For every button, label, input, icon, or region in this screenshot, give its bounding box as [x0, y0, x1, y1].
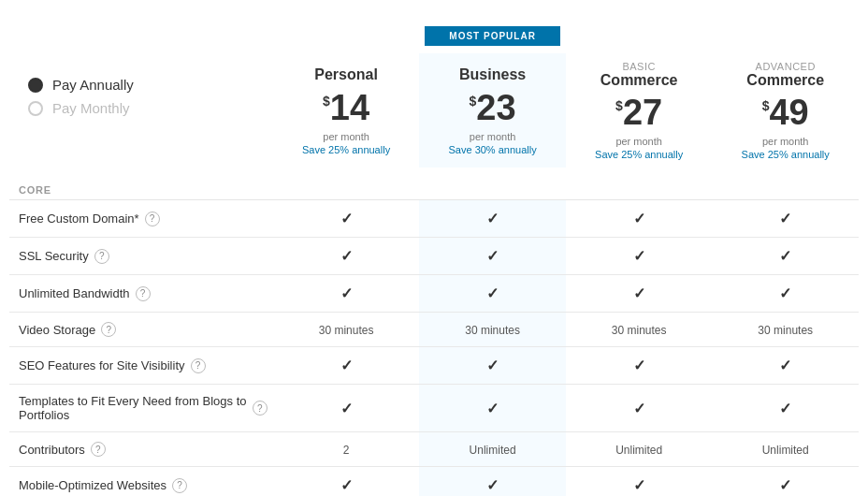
- feature-value-cell: Unlimited: [419, 432, 566, 467]
- feature-value-cell: ✓: [273, 200, 420, 238]
- checkmark-icon: ✓: [340, 285, 353, 301]
- checkmark-icon: ✓: [486, 248, 499, 264]
- personal-banner-cell: [273, 19, 420, 53]
- checkmark-icon: ✓: [779, 357, 791, 373]
- business-plan-header: Business $ 23 per month Save 30% annuall…: [419, 53, 566, 168]
- advanced-commerce-plan-header: ADVANCED Commerce $ 49 per month Save 25…: [712, 53, 859, 168]
- checkmark-icon: ✓: [486, 357, 499, 373]
- feature-value-cell: ✓: [712, 347, 859, 385]
- basic-commerce-plan-header: BASIC Commerce $ 27 per month Save 25% a…: [566, 53, 713, 168]
- feature-value-cell: ✓: [566, 275, 713, 313]
- feature-name-cell: Mobile-Optimized Websites?: [9, 467, 273, 497]
- checkmark-icon: ✓: [633, 477, 645, 493]
- feature-name-cell: Video Storage?: [9, 313, 273, 347]
- checkmark-icon: ✓: [340, 248, 353, 264]
- checkmark-icon: ✓: [779, 477, 791, 493]
- feature-name: SEO Features for Site Visibility?: [19, 358, 268, 373]
- pricing-table: MOST POPULAR Pay Annually Pay Mont: [9, 19, 859, 496]
- basic-commerce-dollar-sign: $: [615, 98, 623, 113]
- feature-value-text: 30 minutes: [612, 324, 667, 337]
- feature-value-text: Unlimited: [762, 444, 809, 457]
- info-icon[interactable]: ?: [145, 212, 160, 226]
- feature-name-cell: Templates to Fit Every Need from Blogs t…: [9, 385, 273, 432]
- most-popular-row: MOST POPULAR: [9, 19, 859, 53]
- feature-value-cell: ✓: [273, 275, 420, 313]
- feature-value-cell: ✓: [712, 275, 859, 313]
- info-icon[interactable]: ?: [253, 401, 268, 416]
- feature-name: Mobile-Optimized Websites?: [19, 478, 268, 493]
- checkmark-icon: ✓: [486, 211, 499, 226]
- personal-plan-header: Personal $ 14 per month Save 25% annuall…: [273, 53, 420, 168]
- checkmark-icon: ✓: [340, 211, 353, 226]
- info-icon[interactable]: ?: [136, 286, 151, 301]
- feature-row: Video Storage?30 minutes30 minutes30 min…: [9, 313, 859, 347]
- feature-value-cell: 30 minutes: [712, 313, 859, 347]
- business-dollar-sign: $: [470, 94, 477, 109]
- pay-annually-option[interactable]: Pay Annually: [28, 77, 268, 93]
- core-section-header: CORE: [9, 168, 859, 200]
- advanced-commerce-per-month: per month: [717, 136, 853, 147]
- feature-row: Free Custom Domain*?✓✓✓✓: [9, 200, 859, 238]
- feature-value-cell: 2: [273, 432, 420, 467]
- feature-value-cell: ✓: [419, 467, 566, 497]
- checkmark-icon: ✓: [486, 401, 499, 416]
- basic-commerce-plan-name: Commerce: [571, 72, 707, 89]
- feature-value-cell: ✓: [273, 385, 420, 432]
- feature-value-cell: 30 minutes: [419, 313, 566, 347]
- pay-monthly-radio[interactable]: [28, 101, 43, 116]
- billing-toggle-row: Pay Annually Pay Monthly Personal $ 14: [9, 53, 859, 168]
- feature-value-cell: ✓: [419, 238, 566, 275]
- core-section-label: CORE: [9, 168, 859, 200]
- info-icon[interactable]: ?: [94, 249, 109, 264]
- business-plan-name: Business: [425, 66, 560, 83]
- pay-monthly-option[interactable]: Pay Monthly: [28, 100, 268, 116]
- checkmark-icon: ✓: [340, 401, 353, 416]
- checkmark-icon: ✓: [779, 401, 791, 416]
- advanced-commerce-sub-name: ADVANCED: [717, 61, 853, 72]
- feature-value-cell: ✓: [566, 347, 713, 385]
- feature-value-cell: ✓: [566, 467, 713, 497]
- checkmark-icon: ✓: [340, 357, 353, 373]
- advanced-commerce-plan-name: Commerce: [717, 72, 853, 89]
- feature-value-cell: ✓: [419, 385, 566, 432]
- checkmark-icon: ✓: [486, 285, 499, 301]
- info-icon[interactable]: ?: [191, 358, 206, 373]
- feature-name-cell: Free Custom Domain*?: [9, 200, 273, 238]
- personal-price-display: $ 14: [279, 90, 414, 125]
- pay-annually-label: Pay Annually: [52, 77, 134, 93]
- pay-annually-radio[interactable]: [28, 78, 43, 93]
- info-icon[interactable]: ?: [172, 478, 187, 493]
- advanced-commerce-banner-cell: [712, 19, 859, 53]
- info-icon[interactable]: ?: [101, 322, 116, 337]
- checkmark-icon: ✓: [779, 211, 791, 226]
- feature-name: Free Custom Domain*?: [19, 212, 268, 226]
- business-save: Save 30% annually: [425, 144, 560, 155]
- advanced-commerce-price-number: 49: [769, 95, 808, 130]
- feature-value-cell: ✓: [712, 467, 859, 497]
- most-popular-banner: MOST POPULAR: [425, 26, 560, 46]
- feature-row: Templates to Fit Every Need from Blogs t…: [9, 385, 859, 432]
- feature-row: Mobile-Optimized Websites?✓✓✓✓: [9, 467, 859, 497]
- basic-commerce-price-display: $ 27: [571, 95, 707, 130]
- feature-value-cell: ✓: [566, 200, 713, 238]
- pricing-container: MOST POPULAR Pay Annually Pay Mont: [0, 0, 868, 496]
- feature-value-cell: ✓: [419, 275, 566, 313]
- feature-name: Contributors?: [19, 442, 268, 457]
- feature-value-cell: ✓: [273, 238, 420, 275]
- feature-name-cell: SEO Features for Site Visibility?: [9, 347, 273, 385]
- feature-value-text: Unlimited: [615, 444, 662, 457]
- feature-value-cell: ✓: [712, 200, 859, 238]
- checkmark-icon: ✓: [633, 248, 645, 264]
- info-icon[interactable]: ?: [91, 442, 106, 457]
- feature-value-cell: Unlimited: [566, 432, 713, 467]
- business-per-month: per month: [425, 131, 560, 142]
- feature-value-cell: ✓: [419, 347, 566, 385]
- billing-toggle: Pay Annually Pay Monthly: [19, 77, 268, 116]
- business-price-number: 23: [476, 90, 515, 125]
- feature-value-text: 30 minutes: [319, 324, 374, 337]
- feature-name: Unlimited Bandwidth?: [19, 286, 268, 301]
- feature-value-text: 2: [343, 444, 350, 457]
- checkmark-icon: ✓: [633, 285, 645, 301]
- feature-name-cell: Contributors?: [9, 432, 273, 467]
- feature-name: Templates to Fit Every Need from Blogs t…: [19, 394, 268, 422]
